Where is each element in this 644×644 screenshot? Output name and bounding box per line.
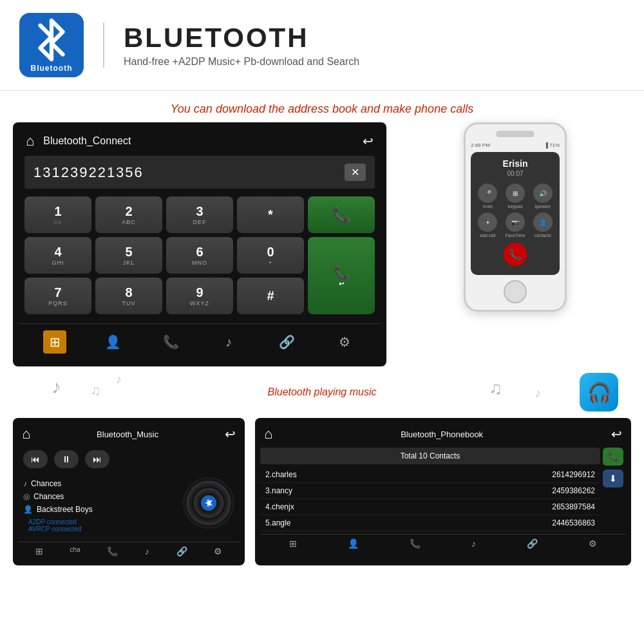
next-button[interactable]: ⏭: [85, 450, 109, 468]
nav-contacts-icon[interactable]: 👤: [101, 330, 124, 354]
bluetooth-headphone-icon: 🎧: [580, 373, 618, 412]
music-note-2: ♫: [90, 383, 101, 399]
contacts-list-area: Total 10 Contacts 2.charles 2614296912 3…: [260, 445, 600, 531]
music-screen-header: ⌂ Bluetooth_Music ↩: [18, 423, 240, 445]
dial-key-star[interactable]: *: [237, 196, 304, 233]
download-button[interactable]: ⬇: [603, 469, 623, 488]
dial-key-0[interactable]: 0+: [237, 237, 304, 274]
pb-nav-apps[interactable]: ⊞: [289, 538, 297, 549]
end-call-button[interactable]: 📞: [504, 243, 527, 266]
dialpad-grid: 1○○ 2ABC 3DEF * 📞 4GHI 5JKL 6MNO: [19, 191, 380, 319]
contacts-total: Total 10 Contacts: [260, 448, 600, 464]
keypad-button[interactable]: ⊞: [506, 184, 525, 203]
dial-key-6[interactable]: 6MNO: [166, 237, 233, 274]
contact-row-nancy[interactable]: 3.nancy 2459386262: [260, 483, 600, 499]
music-car-screen: ⌂ Bluetooth_Music ↩ ⏮ ⏸ ⏭ ♪ Chances ◎ Ch…: [13, 418, 245, 565]
prev-button[interactable]: ⏮: [23, 450, 48, 468]
phone-home-button[interactable]: [504, 280, 527, 303]
backspace-button[interactable]: ✕: [345, 164, 366, 181]
add-call-control: + add call: [476, 213, 500, 238]
phonebook-bottom-nav: ⊞ 👤 📞 ♪ 🔗 ⚙: [260, 534, 626, 553]
pb-home-icon[interactable]: ⌂: [264, 426, 272, 442]
add-call-button[interactable]: +: [478, 213, 497, 232]
music-nav-settings[interactable]: ⚙: [214, 546, 222, 556]
contact-row-chenjx[interactable]: 4.chenjx 2653897584: [260, 499, 600, 515]
header-subtitle: Hand-free +A2DP Music+ Pb-download and S…: [124, 56, 359, 68]
smartphone-device: 2:49 PM ▐ 71% Erisin 00:07 🎤 mute ⊞ keyp…: [464, 122, 567, 312]
speaker-control: 🔊 speaker: [531, 184, 554, 209]
dial-key-3[interactable]: 3DEF: [166, 196, 233, 233]
nav-music-icon[interactable]: ♪: [217, 330, 240, 354]
dial-key-7[interactable]: 7PQRS: [24, 278, 91, 314]
call-contact-button[interactable]: 📞: [603, 448, 623, 466]
music-note-3: ♪: [116, 373, 122, 386]
page-title: BLUETOOTH: [124, 23, 359, 53]
phone-time: 2:49 PM: [471, 142, 490, 148]
contact-row-charles[interactable]: 2.charles 2614296912: [260, 467, 600, 483]
dial-key-hash[interactable]: #: [237, 278, 304, 314]
facetime-button[interactable]: 📷: [506, 213, 525, 232]
main-content-area: ⌂ Bluetooth_Connect ↩ 131239221356 ✕ 1○○…: [0, 122, 644, 366]
dial-key-1[interactable]: 1○○: [24, 196, 91, 233]
contacts-control: 👤 contacts: [531, 213, 554, 238]
pb-nav-link[interactable]: 🔗: [527, 538, 538, 549]
phone-call-screen: Erisin 00:07 🎤 mute ⊞ keypad 🔊 speaker: [471, 152, 560, 275]
music-nav-link[interactable]: 🔗: [176, 546, 187, 556]
contact-name-chenjx: 4.chenjx: [265, 502, 294, 511]
nav-apps-icon[interactable]: ⊞: [43, 330, 66, 354]
play-pause-button[interactable]: ⏸: [54, 450, 79, 468]
nav-link-icon[interactable]: 🔗: [275, 330, 298, 354]
music-content: ♪ Chances ◎ Chances 👤 Backstreet Boys A2…: [18, 473, 240, 539]
home-icon[interactable]: ⌂: [26, 133, 34, 149]
phonebook-title: Bluetooth_Phonebook: [401, 430, 483, 439]
facetime-control: 📷 FaceTime: [504, 213, 527, 238]
phone-number-display: 131239221356: [33, 164, 144, 181]
dial-key-9[interactable]: 9WXYZ: [166, 278, 233, 314]
music-home-icon[interactable]: ⌂: [22, 426, 30, 442]
nav-settings-icon[interactable]: ⚙: [333, 330, 356, 354]
track-icon-2: ◎: [23, 492, 30, 501]
phonebook-side-buttons: 📞 ⬇: [600, 445, 626, 531]
contacts-button[interactable]: 👤: [533, 213, 553, 232]
call-contact-name: Erisin: [476, 158, 554, 169]
redial-button[interactable]: 📞↩: [308, 237, 375, 314]
back-icon[interactable]: ↩: [363, 133, 374, 149]
track-item-2: ◎ Chances: [23, 490, 176, 503]
dial-key-2[interactable]: 2ABC: [95, 196, 162, 233]
pb-nav-settings[interactable]: ⚙: [589, 538, 597, 549]
speaker-button[interactable]: 🔊: [533, 184, 553, 203]
main-tagline: You can download the address book and ma…: [0, 91, 644, 122]
contact-name-angle: 5.angle: [265, 518, 290, 527]
a2dp-text: A2DP connected: [28, 518, 77, 526]
contact-row-angle[interactable]: 5.angle 2446536863: [260, 515, 600, 531]
mute-button[interactable]: 🎤: [478, 184, 497, 203]
pb-nav-contacts[interactable]: 👤: [348, 538, 359, 549]
pb-back-icon[interactable]: ↩: [611, 426, 622, 442]
track-name-1: Chances: [31, 479, 61, 488]
pb-nav-music[interactable]: ♪: [471, 538, 476, 549]
logo-label: Bluetooth: [31, 64, 73, 73]
music-nav-search[interactable]: cha: [70, 546, 80, 556]
dial-key-8[interactable]: 8TUV: [95, 278, 162, 314]
call-duration: 00:07: [476, 170, 554, 177]
phone-notch: [496, 131, 535, 137]
dial-key-5[interactable]: 5JKL: [95, 237, 162, 274]
music-nav-phone[interactable]: 📞: [107, 546, 118, 556]
contact-number-angle: 2446536863: [552, 518, 595, 527]
bottom-screens-area: ⌂ Bluetooth_Music ↩ ⏮ ⏸ ⏭ ♪ Chances ◎ Ch…: [13, 418, 631, 565]
dial-key-4[interactable]: 4GHI: [24, 237, 91, 274]
music-note-5: ♪: [535, 386, 541, 401]
dialpad-car-screen: ⌂ Bluetooth_Connect ↩ 131239221356 ✕ 1○○…: [13, 122, 386, 366]
music-note-4: ♫: [489, 378, 502, 399]
nav-phone-icon[interactable]: 📞: [159, 330, 182, 354]
music-nav-note[interactable]: ♪: [145, 546, 149, 556]
bottom-section: Bluetooth playing music ♪ ♫ ♪ ♫ ♪ 🎧 ⌂ Bl…: [0, 373, 644, 565]
call-controls-grid: 🎤 mute ⊞ keypad 🔊 speaker + add call: [476, 184, 554, 238]
call-button[interactable]: 📞: [308, 196, 375, 233]
music-nav-apps[interactable]: ⊞: [35, 546, 43, 556]
phone-status-bar: 2:49 PM ▐ 71%: [471, 142, 560, 148]
pb-nav-phone[interactable]: 📞: [410, 538, 421, 549]
contact-number-charles: 2614296912: [552, 470, 595, 479]
header-section: Bluetooth BLUETOOTH Hand-free +A2DP Musi…: [0, 0, 644, 91]
music-back-icon[interactable]: ↩: [225, 426, 236, 442]
